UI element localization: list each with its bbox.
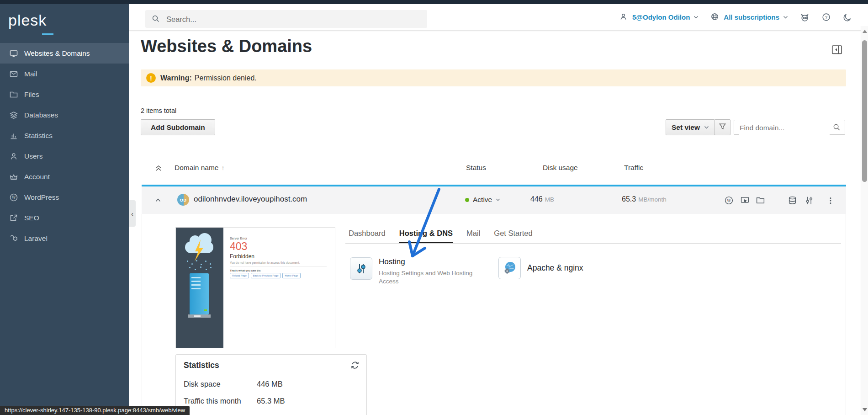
statistics-title: Statistics — [184, 361, 219, 370]
window-top-strip — [0, 0, 868, 4]
traffic-unit: MB/month — [638, 196, 667, 203]
set-view-button[interactable]: Set view — [666, 119, 715, 135]
domains-table-header: Domain name↑ Status Disk usage Traffic — [142, 158, 846, 179]
collapse-all-icon[interactable] — [154, 164, 163, 172]
subscriptions-menu[interactable]: All subscriptions — [710, 12, 788, 22]
chevron-down-icon — [704, 125, 709, 129]
sidebar-item-databases[interactable]: Databases — [0, 105, 129, 125]
file-manager-folder-icon[interactable] — [756, 196, 765, 205]
scroll-down-arrow-icon[interactable] — [863, 408, 867, 411]
row-collapse-icon[interactable] — [154, 197, 162, 204]
preview-illustration-panel — [176, 228, 223, 348]
sidebar-item-files[interactable]: Files — [0, 84, 129, 105]
search-input[interactable] — [165, 10, 421, 29]
set-view-label: Set view — [672, 123, 700, 132]
domain-name-link[interactable]: odilonhnvdev.iloveyoupihost.com — [194, 195, 307, 204]
database-icon[interactable] — [788, 196, 797, 205]
preview-reload-button: Reload Page — [230, 273, 249, 278]
folder-icon — [9, 90, 18, 99]
server-led — [204, 309, 207, 311]
status-dot — [465, 198, 469, 202]
svg-text:W: W — [727, 198, 731, 203]
find-domain-box — [734, 120, 845, 135]
traffic-month-value: 65.3 MB — [257, 397, 285, 405]
wordpress-icon[interactable]: W — [724, 196, 734, 205]
sidebar-item-label: SEO — [24, 214, 39, 222]
refresh-icon[interactable] — [350, 360, 360, 370]
sidebar-item-statistics[interactable]: Statistics — [0, 125, 129, 146]
site-preview-thumbnail[interactable]: Server Error 403 Forbidden You do not ha… — [175, 227, 335, 348]
settings-sliders-icon[interactable] — [804, 196, 814, 205]
scrollbar-thumb[interactable] — [862, 40, 867, 182]
search-icon[interactable] — [832, 123, 841, 132]
plesk-logo[interactable]: plesk — [8, 11, 47, 29]
kebab-menu-icon[interactable] — [826, 197, 836, 206]
preview-error-code: 403 — [230, 240, 247, 253]
sidebar-item-wordpress[interactable]: W WordPress — [0, 187, 129, 208]
find-domain-input[interactable] — [739, 121, 830, 135]
sidebar-item-label: Databases — [24, 111, 58, 119]
sidebar-item-mail[interactable]: Mail — [0, 64, 129, 84]
warning-banner: ! Warning:Permission denied. — [141, 69, 846, 86]
preview-buttons: Reload Page Back to Previous Page Home P… — [230, 273, 301, 278]
vertical-scrollbar[interactable] — [861, 26, 868, 415]
plesk-logo-underscore — [42, 33, 53, 35]
warning-message: Permission denied. — [195, 74, 257, 82]
chevron-down-icon — [693, 15, 699, 19]
page-title: Websites & Domains — [141, 37, 312, 56]
domain-favicon: OD — [177, 194, 189, 206]
dark-mode-moon-icon[interactable] — [843, 12, 852, 22]
sidebar-item-users[interactable]: Users — [0, 146, 129, 166]
hosting-sliders-icon[interactable] — [350, 257, 372, 280]
bar-chart-icon — [9, 131, 18, 140]
preview-site-icon[interactable] — [740, 196, 750, 205]
crown-icon — [9, 172, 18, 181]
tab-hosting-dns[interactable]: Hosting & DNS — [399, 229, 453, 244]
disk-space-value: 446 MB — [257, 380, 283, 388]
apache-nginx-icon[interactable] — [498, 257, 521, 279]
laravel-icon — [9, 234, 18, 243]
assistant-bot-icon[interactable] — [800, 12, 810, 22]
topbar-right-cluster: 5@Odylon Odilon All subscriptions ? — [619, 4, 852, 30]
traffic-month-label: Traffic this month — [184, 397, 241, 405]
column-domain-name[interactable]: Domain name↑ — [175, 164, 225, 172]
chevron-down-icon — [496, 198, 501, 202]
apache-nginx-link[interactable]: Apache & nginx — [527, 263, 583, 273]
user-icon — [619, 12, 629, 22]
global-search[interactable] — [145, 10, 427, 28]
sidebar: plesk Websites & Domains Mail Files Data… — [0, 4, 129, 415]
sidebar-collapse-handle[interactable]: ‹ — [129, 200, 136, 227]
user-menu[interactable]: 5@Odylon Odilon — [619, 12, 699, 22]
status-dropdown[interactable]: Active — [465, 196, 501, 204]
add-subdomain-button[interactable]: Add Subdomain — [141, 119, 215, 135]
side-panel-toggle-icon[interactable] — [831, 44, 842, 55]
disk-usage-unit: MB — [545, 196, 554, 203]
disk-usage-value: 446MB — [530, 195, 554, 203]
sidebar-item-label: Statistics — [24, 132, 53, 140]
domain-tabs: Dashboard Hosting & DNS Mail Get Started — [349, 229, 533, 244]
scroll-up-arrow-icon[interactable] — [863, 30, 867, 33]
sidebar-item-label: Mail — [24, 70, 37, 78]
tab-mail[interactable]: Mail — [466, 229, 480, 244]
sidebar-item-laravel[interactable]: Laravel — [0, 228, 129, 249]
sidebar-item-account[interactable]: Account — [0, 166, 129, 187]
domain-row: OD odilonhnvdev.iloveyoupihost.com Activ… — [142, 185, 846, 214]
warning-icon: ! — [146, 73, 156, 83]
tab-dashboard[interactable]: Dashboard — [349, 229, 386, 244]
traffic-value: 65.3MB/month — [622, 195, 667, 203]
hosting-link[interactable]: Hosting — [379, 257, 405, 266]
help-icon[interactable]: ? — [821, 12, 831, 22]
sidebar-item-seo[interactable]: SEO — [0, 208, 129, 228]
column-disk-usage: Disk usage — [543, 164, 578, 172]
preview-divider — [230, 266, 327, 267]
tab-get-started[interactable]: Get Started — [494, 229, 532, 244]
lightning-bolt-illustration — [191, 239, 208, 267]
column-traffic: Traffic — [624, 164, 643, 172]
server-base-illustration — [188, 314, 211, 318]
filter-button[interactable] — [715, 119, 730, 135]
external-link-icon — [9, 213, 18, 223]
globe-icon — [710, 12, 720, 22]
sidebar-item-label: WordPress — [24, 193, 59, 202]
svg-text:W: W — [12, 195, 16, 200]
sidebar-item-websites-domains[interactable]: Websites & Domains — [0, 43, 129, 64]
